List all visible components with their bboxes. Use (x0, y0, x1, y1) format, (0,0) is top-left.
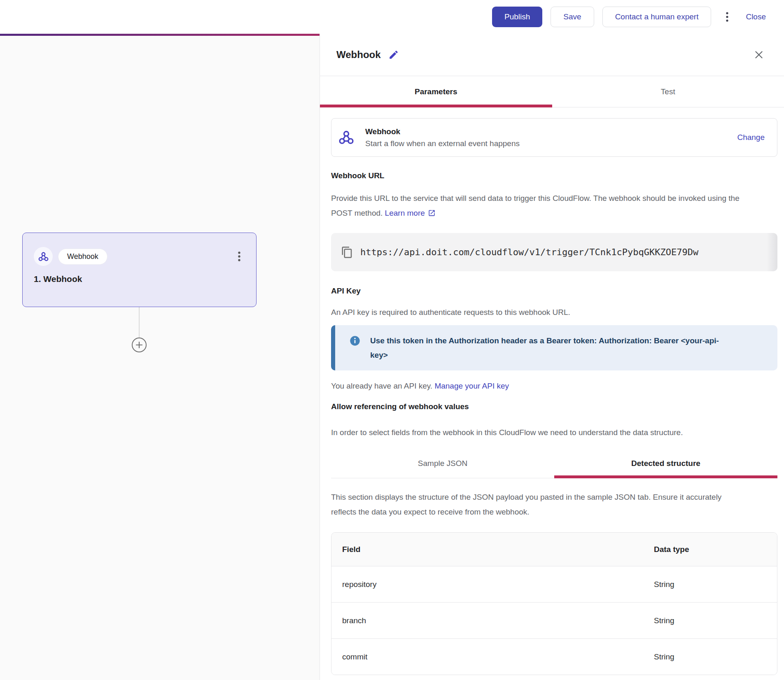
tab-detected-structure[interactable]: Detected structure (554, 449, 777, 478)
connector-line (139, 307, 140, 338)
api-key-description: An API key is required to authenticate r… (331, 305, 777, 320)
add-step-button[interactable] (132, 338, 147, 352)
change-trigger-link[interactable]: Change (737, 133, 765, 142)
contact-expert-button[interactable]: Contact a human expert (602, 7, 712, 27)
datatype-cell: String (654, 603, 777, 638)
api-key-status: You already have an API key. Manage your… (331, 379, 777, 394)
panel-tabs: Parameters Test (320, 76, 784, 107)
info-banner-accent (331, 325, 335, 370)
webhook-url-box: https://api.doit.com/cloudflow/v1/trigge… (331, 233, 777, 271)
field-cell: branch (331, 603, 654, 638)
learn-more-link[interactable]: Learn more (385, 209, 436, 217)
info-banner-text: Use this token in the Authorization head… (370, 333, 733, 362)
table-header-row: Field Data type (331, 533, 777, 566)
topbar: Publish Save Contact a human expert Clos… (0, 0, 784, 34)
info-icon (349, 335, 361, 347)
table-row: commit String (331, 638, 777, 675)
copy-icon[interactable] (341, 246, 353, 258)
column-header-field: Field (331, 533, 654, 566)
flow-canvas[interactable]: Webhook 1. Webhook (0, 34, 320, 680)
table-row: branch String (331, 602, 777, 638)
structure-tabs: Sample JSON Detected structure (331, 449, 777, 478)
close-panel-icon[interactable] (754, 49, 764, 60)
node-type-chip: Webhook (58, 249, 107, 265)
datatype-cell: String (654, 566, 777, 602)
trigger-subtitle: Start a flow when an external event happ… (365, 139, 520, 148)
external-link-icon (428, 207, 436, 222)
webhook-url-heading: Webhook URL (331, 171, 777, 181)
tab-parameters[interactable]: Parameters (320, 76, 552, 107)
manage-api-key-link[interactable]: Manage your API key (434, 382, 509, 390)
edit-pencil-icon[interactable] (388, 49, 399, 60)
table-row: repository String (331, 566, 777, 602)
api-key-status-text: You already have an API key. (331, 382, 432, 390)
structure-table-rows: repository String branch String commit S… (331, 566, 777, 675)
webhook-icon (338, 129, 355, 146)
panel-body: Webhook Start a flow when an external ev… (320, 107, 784, 675)
webhook-url-description: Provide this URL to the service that wil… (331, 191, 751, 222)
structure-note: This section displays the structure of t… (331, 490, 743, 519)
tab-test[interactable]: Test (552, 76, 784, 107)
canvas-top-accent (0, 34, 320, 36)
field-cell: commit (331, 639, 654, 675)
api-key-heading: API Key (331, 286, 777, 296)
panel-header: Webhook (320, 34, 784, 76)
more-options-icon[interactable] (722, 8, 733, 26)
column-header-datatype: Data type (654, 533, 777, 566)
trigger-card: Webhook Start a flow when an external ev… (331, 118, 777, 157)
publish-button[interactable]: Publish (492, 7, 542, 27)
info-banner: Use this token in the Authorization head… (331, 325, 777, 370)
webhook-node[interactable]: Webhook 1. Webhook (22, 233, 257, 307)
webhook-url-value: https://api.doit.com/cloudflow/v1/trigge… (360, 247, 698, 257)
webhook-icon (34, 247, 53, 266)
tab-sample-json[interactable]: Sample JSON (331, 449, 554, 478)
field-cell: repository (331, 566, 654, 602)
save-button[interactable]: Save (551, 7, 594, 27)
datatype-cell: String (654, 639, 777, 675)
trigger-title: Webhook (365, 127, 520, 136)
structure-table: Field Data type repository String branch… (331, 532, 777, 675)
close-flow-button[interactable]: Close (746, 12, 766, 21)
config-panel: Webhook Parameters Test (320, 34, 784, 680)
node-menu-icon[interactable] (234, 248, 245, 265)
panel-title: Webhook (336, 49, 381, 61)
node-title: 1. Webhook (34, 274, 245, 284)
referencing-heading: Allow referencing of webhook values (331, 402, 777, 412)
referencing-description: In order to select fields from the webho… (331, 425, 777, 440)
